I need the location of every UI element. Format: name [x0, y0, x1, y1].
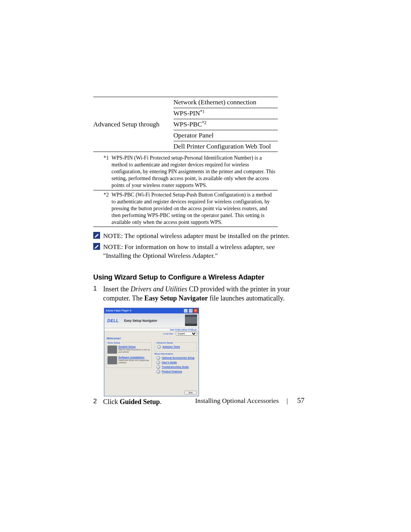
bullet-icon: [156, 370, 160, 374]
bullet-icon: [156, 361, 160, 364]
conn-row-wps-pin: WPS-PIN*1: [174, 108, 278, 119]
note-2-text: NOTE: For information on how to install …: [103, 243, 304, 260]
conn-row-operator-panel: Operator Panel: [174, 130, 278, 141]
language-select[interactable]: English: [176, 332, 197, 335]
step-1-number: 1: [93, 284, 103, 293]
users-guide-item[interactable]: User's Guide: [156, 361, 196, 364]
guided-setup-link[interactable]: Guided Setup: [118, 345, 150, 348]
exit-button[interactable]: Exit: [185, 391, 197, 395]
guided-setup-icon: [107, 345, 117, 354]
software-installation-item[interactable]: Software Installation Install print driv…: [107, 356, 150, 364]
model-label: Dell 2150cn/Dell 2150cdn: [104, 328, 199, 331]
navigator-title: Easy Setup Navigator: [124, 319, 157, 323]
window-titlebar: Adobe Flash Player 9 _ ☐ X: [104, 308, 199, 313]
note-icon: [93, 232, 100, 239]
dell-logo: DELL: [107, 318, 119, 323]
footer-separator: |: [287, 397, 288, 405]
conn-row-web-tool: Dell Printer Configuration Web Tool: [174, 141, 278, 152]
software-installation-icon: [107, 356, 117, 364]
optional-accessories-item[interactable]: Optional Accessories Setup: [156, 356, 196, 360]
troubleshooting-guide-item[interactable]: Troubleshooting Guide: [156, 365, 196, 369]
software-installation-link[interactable]: Software Installation: [118, 356, 150, 359]
product-features-item[interactable]: Product Features: [156, 370, 196, 374]
minimize-button[interactable]: _: [183, 308, 188, 313]
window-title: Adobe Flash Player 9: [106, 308, 131, 313]
step-1-text: Insert the Drivers and Utilities CD prov…: [103, 284, 304, 303]
printer-icon: [185, 315, 197, 326]
advance-setup-box: Advance Setup Advance Tools: [155, 342, 197, 351]
conn-row-wps-pbc: WPS-PBC*2: [174, 119, 278, 130]
footnote-1-label: *1: [93, 153, 111, 190]
easy-setup-navigator-window: Adobe Flash Player 9 _ ☐ X DELL Easy Set…: [104, 308, 199, 396]
advance-setup-legend: Advance Setup: [156, 342, 174, 344]
connection-type-table: Network (Ethernet) connection WPS-PIN*1 …: [93, 97, 278, 152]
easy-setup-box: Easy Setup Guided Setup Step by step ins…: [106, 342, 152, 368]
navigator-header: DELL Easy Setup Navigator: [104, 313, 199, 328]
footnote-2-label: *2: [93, 190, 111, 227]
language-row: Language: English: [104, 331, 199, 336]
note-1: NOTE: The optional wireless adapter must…: [93, 232, 304, 240]
bullet-icon: [157, 345, 161, 349]
footnote-1-text: WPS-PIN (Wi-Fi Protected setup-Personal …: [111, 153, 278, 190]
footnotes: *1 WPS-PIN (Wi-Fi Protected setup-Person…: [93, 153, 278, 227]
more-information-legend: More Information: [155, 353, 198, 355]
guided-setup-item[interactable]: Guided Setup Step by step instructions t…: [107, 345, 150, 354]
advanced-setup-label: Advanced Setup through: [93, 119, 174, 130]
language-label: Language:: [163, 332, 174, 335]
conn-row-ethernet: Network (Ethernet) connection: [174, 97, 278, 108]
software-installation-desc: Install print driver and supporting soft…: [118, 359, 150, 364]
guided-setup-desc: Step by step instructions to set up your…: [118, 348, 150, 353]
note-2: NOTE: For information on how to install …: [93, 243, 304, 260]
maximize-button[interactable]: ☐: [188, 308, 193, 313]
bullet-icon: [156, 365, 160, 369]
close-button[interactable]: X: [193, 308, 198, 313]
page-number: 57: [297, 396, 304, 404]
page-footer: Installing Optional Accessories | 57: [93, 396, 304, 405]
advance-tools-item[interactable]: Advance Tools: [157, 345, 195, 349]
step-1: 1 Insert the Drivers and Utilities CD pr…: [93, 284, 304, 303]
bullet-icon: [156, 356, 160, 360]
section-heading: Using Wizard Setup to Configure a Wirele…: [93, 273, 304, 281]
note-icon: [93, 243, 100, 250]
note-1-text: NOTE: The optional wireless adapter must…: [103, 232, 290, 240]
footer-section: Installing Optional Accessories: [195, 397, 279, 404]
footnote-2-text: WPS-PBC (Wi-Fi Protected Setup-Push Butt…: [111, 190, 278, 227]
welcome-label: Welcome!: [104, 336, 199, 341]
easy-setup-legend: Easy Setup: [107, 342, 121, 344]
